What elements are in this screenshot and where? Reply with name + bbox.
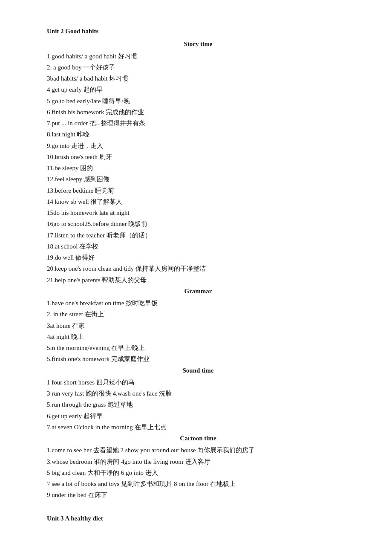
list-item: 1 four short horses 四只矮小的马 — [47, 377, 349, 388]
list-item: 5 go to bed early/late 睡得早/晚 — [47, 95, 349, 107]
list-item: 11.be sleepy 困的 — [47, 162, 349, 173]
list-item: 2. a good boy 一个好孩子 — [47, 62, 349, 73]
page-content: Unit 2 Good habits Story time 1.good hab… — [47, 26, 349, 524]
list-item: 1.come to see her 去看望她 2 show you around… — [47, 445, 349, 456]
list-item: 5 big and clean 大和干净的 6 go into 进入 — [47, 467, 349, 478]
list-item: 7 see a lot of books and toys 见到许多书和玩具 8… — [47, 478, 349, 489]
list-item: 5.finish one's homework 完成家庭作业 — [47, 353, 349, 364]
list-item: 21.help one's parents 帮助某人的父母 — [47, 275, 349, 286]
list-item: 8.last night 昨晚 — [47, 129, 349, 140]
list-item: 19.do well 做得好 — [47, 252, 349, 263]
list-item: 16go to school25.before dinner 晚饭前 — [47, 218, 349, 229]
list-item: 18.at school 在学校 — [47, 241, 349, 252]
list-item: 7.put ... in order 把...整理得井井有条 — [47, 118, 349, 129]
sound-time-items: 1 four short horses 四只矮小的马3 run very fas… — [47, 377, 349, 433]
list-item: 14 know sb well 很了解某人 — [47, 196, 349, 207]
list-item: 15do his homework late at night — [47, 207, 349, 218]
grammar-items: 1.have one's breakfast on time 按时吃早饭2. i… — [47, 298, 349, 365]
list-item: 3at home 在家 — [47, 320, 349, 331]
list-item: 6 finish his homework 完成他的作业 — [47, 107, 349, 118]
list-item: 2. in the street 在街上 — [47, 309, 349, 320]
list-item: 4 get up early 起的早 — [47, 84, 349, 95]
list-item: 9.go into 走进，走入 — [47, 140, 349, 151]
list-item: 4at night 晚上 — [47, 331, 349, 342]
cartoon-time-title: Cartoon time — [47, 433, 349, 444]
list-item: 17.listen to the teacher 听老师（的话） — [47, 230, 349, 241]
list-item: 9 under the bed 在床下 — [47, 489, 349, 500]
list-item: 13.before bedtime 睡觉前 — [47, 185, 349, 196]
list-item: 20.keep one's room clean and tidy 保持某人房间… — [47, 263, 349, 274]
story-time-title: Story time — [47, 38, 349, 49]
list-item: 5in the morning/evening 在早上/晚上 — [47, 342, 349, 353]
list-item: 3 run very fast 跑的很快 4.wash one's face 洗… — [47, 388, 349, 399]
unit3-title: Unit 3 A healthy diet — [47, 513, 349, 524]
sound-time-title: Sound time — [47, 365, 349, 376]
list-item: 10.brush one's teeth 刷牙 — [47, 151, 349, 162]
cartoon-time-items: 1.come to see her 去看望她 2 show you around… — [47, 445, 349, 500]
grammar-title: Grammar — [47, 286, 349, 297]
list-item: 6.get up early 起得早 — [47, 410, 349, 422]
list-item: 3bad habits/ a bad habit 坏习惯 — [47, 73, 349, 84]
list-item: 7.at seven O'clock in the morning 在早上七点 — [47, 422, 349, 433]
list-item: 1.have one's breakfast on time 按时吃早饭 — [47, 298, 349, 309]
list-item: 3.whose bedroom 谁的房间 4go into the living… — [47, 456, 349, 467]
list-item: 12.feel sleepy 感到困倦 — [47, 173, 349, 185]
list-item: 1.good habits/ a good habit 好习惯 — [47, 51, 349, 62]
story-time-items: 1.good habits/ a good habit 好习惯2. a good… — [47, 51, 349, 286]
unit2-title: Unit 2 Good habits — [47, 26, 349, 37]
list-item: 5.run through the grass 跑过草地 — [47, 399, 349, 410]
